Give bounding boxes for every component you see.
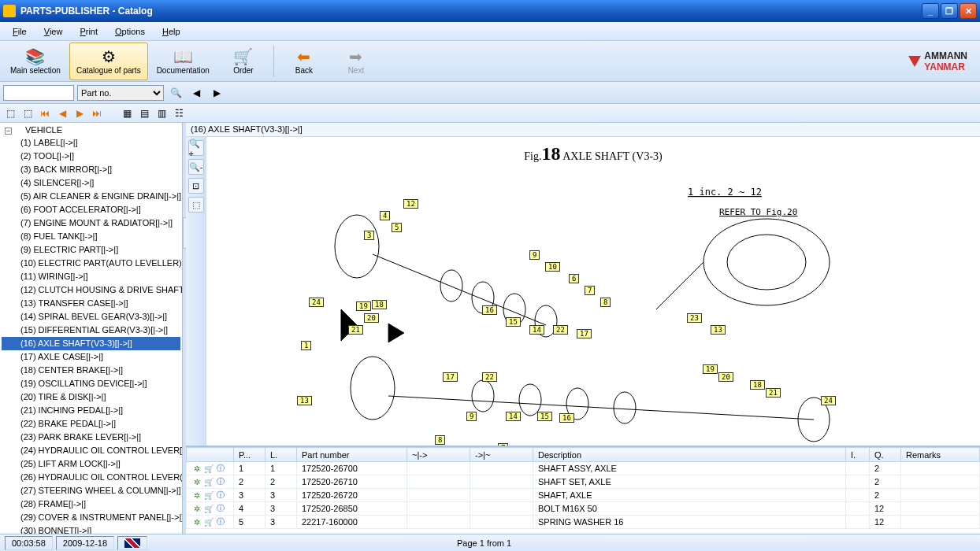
- row-info-icon[interactable]: ⓘ: [215, 463, 226, 474]
- callout-24: 24: [309, 298, 324, 307]
- zoom-region-button[interactable]: ⬚: [188, 197, 204, 213]
- tree-collapse-icon[interactable]: −: [5, 128, 12, 135]
- parts-table[interactable]: P... L. Part number ~|-> ->|~ Descriptio…: [186, 446, 980, 534]
- row-info-icon[interactable]: ⓘ: [215, 476, 226, 487]
- main-selection-button[interactable]: 📚 Main selection: [3, 43, 68, 80]
- tree-node[interactable]: (2) TOOL[|->|]: [2, 150, 180, 163]
- tree-node[interactable]: (18) CENTER BRAKE[|->|]: [2, 364, 180, 377]
- tree-node[interactable]: (21) INCHING PEDAL[|->|]: [2, 404, 180, 417]
- tree-node[interactable]: (20) TIRE & DISK[|->|]: [2, 390, 180, 404]
- view-mode2-icon[interactable]: ▤: [137, 106, 151, 120]
- tree-node[interactable]: (30) BONNET[|->|]: [2, 524, 180, 534]
- row-gear-icon[interactable]: ✲: [191, 503, 202, 514]
- row-gear-icon[interactable]: ✲: [191, 463, 202, 474]
- nav-last-icon[interactable]: ⏭: [90, 106, 104, 120]
- nav-prev-icon[interactable]: ◀: [55, 106, 69, 120]
- row-cart-icon[interactable]: 🛒: [203, 516, 214, 527]
- documentation-button[interactable]: 📖 Documentation: [150, 43, 217, 80]
- tree-node[interactable]: (14) SPIRAL BEVEL GEAR(V3-3)[|->|]: [2, 310, 180, 324]
- tree-node[interactable]: (19) OSCILLATING DEVICE[|->|]: [2, 377, 180, 390]
- menu-view[interactable]: View: [36, 24, 71, 39]
- tree-node[interactable]: (26) HYDRAULIC OIL CONTROL LEVER(P.T: [2, 471, 180, 484]
- back-button[interactable]: ⬅ Back: [279, 43, 329, 80]
- tree-node[interactable]: (17) AXLE CASE[|->|]: [2, 350, 180, 364]
- view-mode3-icon[interactable]: ▥: [154, 106, 169, 120]
- tree-node[interactable]: (29) COVER & INSTRUMENT PANEL[|->|]: [2, 511, 180, 524]
- zoom-fit-button[interactable]: ⊡: [188, 178, 204, 194]
- tree-node[interactable]: (1) LABEL[|->|]: [2, 136, 180, 150]
- col-i[interactable]: I.: [846, 448, 870, 462]
- tree-node[interactable]: (13) TRANSFER CASE[|->|]: [2, 297, 180, 310]
- minimize-button[interactable]: _: [922, 3, 939, 19]
- col-to[interactable]: ->|~: [470, 448, 533, 462]
- search-input[interactable]: [3, 85, 74, 101]
- search-go-button[interactable]: 🔍: [167, 84, 184, 102]
- row-info-icon[interactable]: ⓘ: [215, 503, 226, 514]
- col-desc[interactable]: Description: [533, 448, 846, 462]
- status-language[interactable]: [117, 536, 147, 550]
- nav-collapse-icon[interactable]: ⬚: [20, 106, 35, 120]
- menu-help[interactable]: Help: [154, 24, 188, 39]
- tree-node[interactable]: (12) CLUTCH HOUSING & DRIVE SHAFT[|-: [2, 283, 180, 297]
- menu-file[interactable]: File: [5, 24, 35, 39]
- tree-node[interactable]: (23) PARK BRAKE LEVER[|->|]: [2, 431, 180, 444]
- nav-next-icon[interactable]: ▶: [72, 106, 87, 120]
- table-row[interactable]: ✲ 🛒 ⓘ 33172520-26720SHAFT, AXLE2: [187, 489, 980, 502]
- row-cart-icon[interactable]: 🛒: [203, 476, 214, 487]
- col-level[interactable]: L.: [265, 448, 297, 462]
- table-row[interactable]: ✲ 🛒 ⓘ 43172520-26850BOLT M16X 5012: [187, 502, 980, 516]
- tree-node[interactable]: (16) AXLE SHAFT(V3-3)[|->|]: [2, 337, 180, 350]
- tree-node[interactable]: (4) SILENCER[|->|]: [2, 176, 180, 190]
- search-field-select[interactable]: Part no.: [77, 85, 164, 101]
- col-qty[interactable]: Q.: [870, 448, 901, 462]
- nav-expand-icon[interactable]: ⬚: [3, 106, 17, 120]
- catalogue-button[interactable]: ⚙ Catalogue of parts: [69, 43, 148, 80]
- tree-node[interactable]: (28) FRAME[|->|]: [2, 497, 180, 511]
- tree-node[interactable]: (8) FUEL TANK[|->|]: [2, 230, 180, 243]
- uk-flag-icon: [124, 538, 140, 548]
- tree-node[interactable]: (7) ENGINE MOUNT & RADIATOR[|->|]: [2, 216, 180, 230]
- col-partno[interactable]: Part number: [297, 448, 407, 462]
- tree-node[interactable]: (3) BACK MIRROR[|->|]: [2, 163, 180, 176]
- tree-node[interactable]: (10) ELECTRIC PART(AUTO LEVELLER)[|->: [2, 257, 180, 270]
- row-gear-icon[interactable]: ✲: [191, 516, 202, 527]
- tree-node[interactable]: (6) FOOT ACCELERATOR[|->|]: [2, 203, 180, 216]
- menu-print[interactable]: Print: [72, 24, 106, 39]
- zoom-out-button[interactable]: 🔍-: [188, 159, 204, 175]
- table-row[interactable]: ✲ 🛒 ⓘ 5322217-160000SPRING WASHER 1612: [187, 516, 980, 529]
- tree-node[interactable]: (22) BRAKE PEDAL[|->|]: [2, 417, 180, 431]
- order-button[interactable]: 🛒 Order: [218, 43, 269, 80]
- row-cart-icon[interactable]: 🛒: [203, 503, 214, 514]
- row-cart-icon[interactable]: 🛒: [203, 463, 214, 474]
- view-mode1-icon[interactable]: ▦: [120, 106, 134, 120]
- col-from[interactable]: ~|->: [407, 448, 470, 462]
- tree-node[interactable]: (25) LIFT ARM LOCK[|->|]: [2, 457, 180, 471]
- tree-node[interactable]: (27) STEERING WHEEL & COLUMN[|->|]: [2, 484, 180, 497]
- callout-9b: 9: [466, 412, 477, 421]
- menu-options[interactable]: Options: [107, 24, 153, 39]
- close-button[interactable]: ✕: [960, 3, 977, 19]
- row-gear-icon[interactable]: ✲: [191, 476, 202, 487]
- tree-node[interactable]: (15) DIFFERENTIAL GEAR(V3-3)[|->|]: [2, 324, 180, 337]
- row-gear-icon[interactable]: ✲: [191, 490, 202, 501]
- row-cart-icon[interactable]: 🛒: [203, 490, 214, 501]
- zoom-in-button[interactable]: 🔍+: [188, 140, 204, 156]
- nav-first-icon[interactable]: ⏮: [38, 106, 52, 120]
- table-row[interactable]: ✲ 🛒 ⓘ 11172520-26700SHAFT ASSY, AXLE2: [187, 462, 980, 475]
- tree-node[interactable]: (5) AIR CLEANER & ENGINE DRAIN[|->|]: [2, 190, 180, 203]
- tree-node[interactable]: (9) ELECTRIC PART[|->|]: [2, 243, 180, 257]
- col-remarks[interactable]: Remarks: [901, 448, 980, 462]
- row-info-icon[interactable]: ⓘ: [215, 490, 226, 501]
- diagram-viewer[interactable]: Fig.18 AXLE SHAFT (V3-3): [206, 137, 980, 446]
- tree-node[interactable]: (11) WIRING[|->|]: [2, 270, 180, 283]
- tree-panel[interactable]: −VEHICLE (1) LABEL[|->|](2) TOOL[|->|](3…: [0, 123, 183, 534]
- tree-root[interactable]: VEHICLE: [14, 125, 62, 135]
- col-pos[interactable]: P...: [234, 448, 265, 462]
- search-prev-button[interactable]: ◀: [187, 84, 205, 102]
- row-info-icon[interactable]: ⓘ: [215, 516, 226, 527]
- tree-node[interactable]: (24) HYDRAULIC OIL CONTROL LEVER[|->: [2, 444, 180, 457]
- view-mode4-icon[interactable]: ☷: [172, 106, 186, 120]
- maximize-button[interactable]: ❐: [941, 3, 958, 19]
- table-row[interactable]: ✲ 🛒 ⓘ 22172520-26710SHAFT SET, AXLE2: [187, 475, 980, 489]
- search-next-button[interactable]: ▶: [208, 84, 225, 102]
